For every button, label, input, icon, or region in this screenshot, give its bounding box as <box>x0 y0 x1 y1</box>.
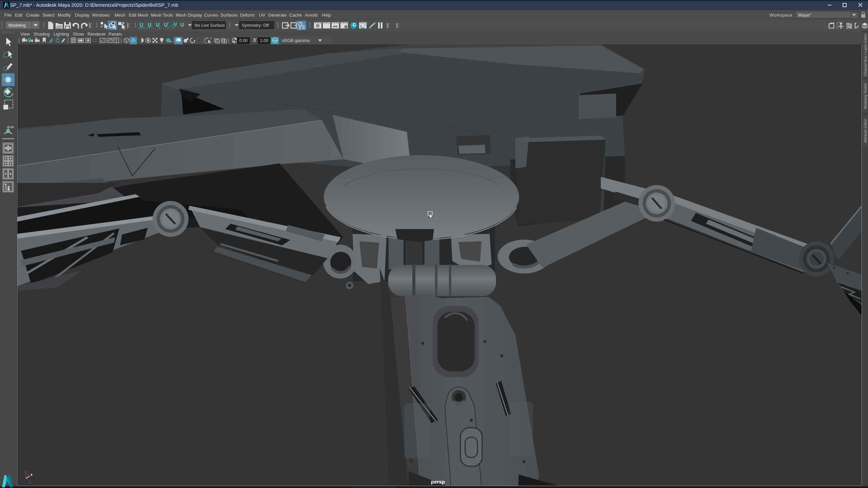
svg-text:y: y <box>27 473 29 476</box>
svg-text:T: T <box>115 39 117 43</box>
svg-text:ON: ON <box>273 39 277 42</box>
svg-text:persp: persp <box>431 479 445 485</box>
svg-text:x: x <box>31 473 33 476</box>
svg-text:IPR: IPR <box>333 25 338 28</box>
svg-text:z: z <box>29 481 31 484</box>
